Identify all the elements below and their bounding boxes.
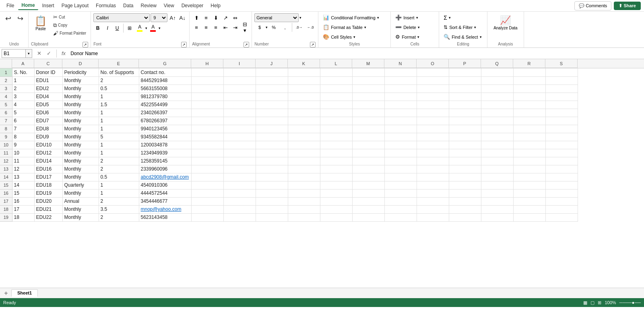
- empty-cell[interactable]: [417, 84, 449, 93]
- font-color-button[interactable]: A: [148, 24, 158, 33]
- empty-cell[interactable]: [481, 84, 513, 93]
- row-num-5[interactable]: 5: [0, 101, 12, 109]
- empty-cell[interactable]: [320, 117, 352, 125]
- empty-cell[interactable]: [384, 157, 417, 165]
- empty-cell[interactable]: [545, 173, 578, 181]
- confirm-formula-button[interactable]: ✓: [44, 49, 53, 58]
- empty-cell[interactable]: [223, 189, 256, 197]
- empty-cell[interactable]: [256, 205, 288, 213]
- empty-cell[interactable]: [417, 165, 449, 173]
- empty-cell[interactable]: [191, 84, 223, 93]
- increase-decimal-button[interactable]: .0→: [294, 23, 304, 32]
- empty-cell[interactable]: [288, 165, 320, 173]
- empty-cell[interactable]: [223, 181, 256, 189]
- empty-cell[interactable]: [191, 93, 223, 101]
- empty-cell[interactable]: [481, 213, 513, 221]
- empty-cell[interactable]: [417, 93, 449, 101]
- empty-cell[interactable]: [320, 181, 352, 189]
- empty-cell[interactable]: [384, 84, 417, 93]
- empty-cell[interactable]: [320, 173, 352, 181]
- empty-cell[interactable]: [545, 84, 578, 93]
- empty-cell[interactable]: [191, 197, 223, 205]
- empty-cell[interactable]: [545, 181, 578, 189]
- empty-cell[interactable]: [481, 165, 513, 173]
- empty-cell[interactable]: [288, 173, 320, 181]
- cell-A8[interactable]: 7: [12, 125, 34, 133]
- empty-header-cell[interactable]: [320, 68, 352, 76]
- empty-cell[interactable]: [417, 117, 449, 125]
- empty-cell[interactable]: [191, 109, 223, 117]
- sheet-tab-sheet1[interactable]: Sheet1: [11, 289, 38, 297]
- empty-cell[interactable]: [223, 76, 256, 84]
- empty-cell[interactable]: [481, 149, 513, 157]
- number-format-dropdown[interactable]: ▾: [299, 16, 301, 20]
- header-cell-G[interactable]: Contact no.: [139, 68, 191, 76]
- delete-dropdown[interactable]: ▾: [418, 25, 420, 29]
- format-dropdown[interactable]: ▾: [417, 35, 419, 39]
- empty-cell[interactable]: [191, 76, 223, 84]
- empty-cell[interactable]: [481, 133, 513, 141]
- menu-item-formulas[interactable]: Formulas: [93, 2, 119, 10]
- row-num-2[interactable]: 2: [0, 76, 12, 84]
- empty-cell[interactable]: [417, 173, 449, 181]
- cell-C6[interactable]: EDU6: [34, 109, 62, 117]
- empty-cell[interactable]: [352, 173, 384, 181]
- empty-cell[interactable]: [288, 197, 320, 205]
- empty-cell[interactable]: [545, 125, 578, 133]
- empty-cell[interactable]: [223, 157, 256, 165]
- empty-cell[interactable]: [320, 84, 352, 93]
- col-header-n[interactable]: N: [384, 59, 417, 68]
- delete-button[interactable]: ➖ Delete ▾: [393, 23, 422, 31]
- empty-header-cell[interactable]: [417, 68, 449, 76]
- empty-cell[interactable]: [352, 125, 384, 133]
- cell-E6[interactable]: 1: [99, 109, 139, 117]
- empty-cell[interactable]: [449, 109, 481, 117]
- empty-cell[interactable]: [256, 133, 288, 141]
- empty-cell[interactable]: [449, 117, 481, 125]
- empty-cell[interactable]: [449, 157, 481, 165]
- empty-cell[interactable]: [256, 157, 288, 165]
- empty-cell[interactable]: [320, 157, 352, 165]
- cell-reference-input[interactable]: [2, 49, 26, 58]
- alignment-expand-button[interactable]: ↗: [244, 42, 249, 47]
- cell-A2[interactable]: 1: [12, 76, 34, 84]
- empty-cell[interactable]: [352, 84, 384, 93]
- cell-C4[interactable]: EDU4: [34, 93, 62, 101]
- empty-cell[interactable]: [223, 173, 256, 181]
- row-num-6[interactable]: 6: [0, 109, 12, 117]
- menu-item-data[interactable]: Data: [120, 2, 136, 10]
- number-format-select[interactable]: General: [254, 13, 299, 22]
- col-header-o[interactable]: O: [417, 59, 449, 68]
- empty-cell[interactable]: [417, 76, 449, 84]
- cell-C8[interactable]: EDU8: [34, 125, 62, 133]
- find-select-dropdown[interactable]: ▾: [480, 35, 482, 39]
- empty-cell[interactable]: [191, 133, 223, 141]
- empty-cell[interactable]: [256, 165, 288, 173]
- cell-C18[interactable]: EDU21: [34, 205, 62, 213]
- insert-button[interactable]: ➕ Insert ▾: [393, 13, 420, 22]
- cell-E17[interactable]: 2: [99, 197, 139, 205]
- empty-cell[interactable]: [256, 189, 288, 197]
- row-num-4[interactable]: 4: [0, 93, 12, 101]
- empty-cell[interactable]: [288, 84, 320, 93]
- cell-D6[interactable]: Monthly: [62, 109, 99, 117]
- empty-cell[interactable]: [384, 101, 417, 109]
- empty-cell[interactable]: [384, 149, 417, 157]
- col-header-r[interactable]: R: [513, 59, 545, 68]
- cell-C13[interactable]: EDU16: [34, 165, 62, 173]
- col-header-k[interactable]: K: [288, 59, 320, 68]
- header-cell-E[interactable]: No. of Supports: [99, 68, 139, 76]
- analyze-data-button[interactable]: 📈 Analyze Data: [490, 13, 521, 32]
- col-header-i[interactable]: I: [223, 59, 256, 68]
- empty-cell[interactable]: [352, 157, 384, 165]
- cell-G18[interactable]: mnop@yahoo.com: [139, 205, 191, 213]
- cell-E4[interactable]: 1: [99, 93, 139, 101]
- cell-A6[interactable]: 5: [12, 109, 34, 117]
- orientation-button[interactable]: ↗: [221, 13, 230, 22]
- menu-item-home[interactable]: Home: [18, 1, 38, 10]
- find-select-button[interactable]: 🔍 Find & Select ▾: [442, 33, 483, 41]
- empty-cell[interactable]: [449, 101, 481, 109]
- empty-cell[interactable]: [288, 181, 320, 189]
- empty-cell[interactable]: [545, 189, 578, 197]
- empty-cell[interactable]: [352, 93, 384, 101]
